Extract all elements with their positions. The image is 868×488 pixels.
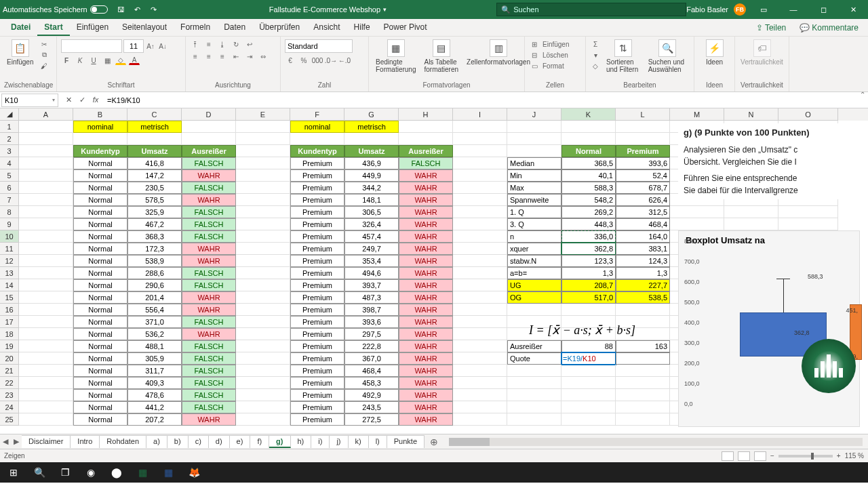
cell[interactable]: FALSCH: [182, 352, 236, 365]
merge-icon[interactable]: ⇔: [258, 52, 269, 61]
cell[interactable]: 88: [561, 340, 616, 352]
cell[interactable]: [507, 133, 561, 145]
cell[interactable]: Premium: [290, 291, 344, 304]
sheet-tab[interactable]: g): [269, 435, 290, 448]
cell[interactable]: WAHR: [399, 267, 453, 279]
cell[interactable]: 538,5: [616, 291, 670, 304]
cell[interactable]: [236, 389, 290, 401]
col-header-N[interactable]: N: [724, 108, 778, 121]
align-middle-icon[interactable]: ≡: [203, 39, 214, 49]
delete-cells-button[interactable]: ⊟Löschen: [529, 50, 581, 60]
cell[interactable]: Premium: [290, 267, 344, 279]
fill-icon[interactable]: ▾: [590, 50, 601, 60]
row-header-23[interactable]: 23: [0, 389, 19, 401]
cell[interactable]: metrisch: [344, 121, 399, 133]
cell[interactable]: [507, 121, 561, 133]
cell[interactable]: [236, 304, 290, 316]
cell[interactable]: Normal: [73, 243, 127, 255]
cell[interactable]: WAHR: [399, 218, 453, 230]
cell[interactable]: [616, 365, 670, 377]
cell[interactable]: 312,5: [616, 206, 670, 218]
firefox-icon[interactable]: 🦊: [182, 462, 206, 483]
row-header-16[interactable]: 16: [0, 304, 19, 316]
autosum-icon[interactable]: Σ: [590, 39, 601, 49]
cell[interactable]: Normal: [561, 145, 616, 157]
cell[interactable]: [236, 255, 290, 267]
cell[interactable]: Premium: [290, 206, 344, 218]
cell[interactable]: [399, 121, 453, 133]
minimize-icon[interactable]: —: [781, 5, 806, 14]
col-header-D[interactable]: D: [182, 108, 236, 121]
cell[interactable]: Normal: [73, 340, 127, 352]
cell[interactable]: 325,9: [127, 206, 182, 218]
cell[interactable]: 326,4: [344, 218, 399, 230]
cell[interactable]: 306,5: [344, 206, 399, 218]
cell[interactable]: [344, 133, 399, 145]
row-header-9[interactable]: 9: [0, 218, 19, 230]
cell[interactable]: [453, 304, 507, 316]
cell[interactable]: WAHR: [182, 169, 236, 182]
row-header-15[interactable]: 15: [0, 291, 19, 304]
cell[interactable]: Normal: [73, 230, 127, 243]
cell[interactable]: 449,9: [344, 169, 399, 182]
cell[interactable]: [19, 401, 73, 413]
cell[interactable]: [616, 401, 670, 413]
cell[interactable]: Normal: [73, 291, 127, 304]
cell[interactable]: 468,4: [616, 218, 670, 230]
cell[interactable]: [19, 389, 73, 401]
cell[interactable]: [453, 340, 507, 352]
cut-icon[interactable]: ✂: [39, 39, 50, 49]
cell[interactable]: 458,3: [344, 377, 399, 389]
cell[interactable]: 172,3: [127, 243, 182, 255]
cell[interactable]: [670, 206, 724, 218]
sheet-nav-prev-icon[interactable]: ◀: [0, 437, 11, 446]
cell[interactable]: [507, 401, 561, 413]
col-header-B[interactable]: B: [73, 108, 127, 121]
row-header-18[interactable]: 18: [0, 328, 19, 340]
add-sheet-icon[interactable]: ⊕: [425, 436, 443, 447]
cell[interactable]: Normal: [73, 169, 127, 182]
cell[interactable]: WAHR: [182, 255, 236, 267]
cell[interactable]: WAHR: [399, 340, 453, 352]
toggle-icon[interactable]: [90, 5, 108, 14]
cell[interactable]: metrisch: [127, 121, 182, 133]
cell[interactable]: 467,2: [127, 218, 182, 230]
align-bottom-icon[interactable]: ⭳: [217, 39, 228, 49]
comments-button[interactable]: 💬Kommentare: [794, 21, 864, 35]
cell[interactable]: Premium: [616, 145, 670, 157]
tab-daten[interactable]: Daten: [217, 19, 252, 36]
cell[interactable]: Premium: [290, 279, 344, 291]
cell[interactable]: Normal: [73, 279, 127, 291]
zoom-in-icon[interactable]: +: [837, 452, 841, 460]
cell[interactable]: [453, 377, 507, 389]
row-header-21[interactable]: 21: [0, 365, 19, 377]
tab-formeln[interactable]: Formeln: [174, 19, 217, 36]
cell[interactable]: WAHR: [399, 401, 453, 413]
row-header-3[interactable]: 3: [0, 145, 19, 157]
cell[interactable]: Ausreißer: [182, 145, 236, 157]
cell[interactable]: 201,4: [127, 291, 182, 304]
cell[interactable]: [19, 340, 73, 352]
cell[interactable]: [236, 328, 290, 340]
cell[interactable]: [236, 169, 290, 182]
col-header-A[interactable]: A: [19, 108, 73, 121]
cell[interactable]: Premium: [290, 182, 344, 194]
cell[interactable]: FALSCH: [182, 230, 236, 243]
horizontal-scrollbar[interactable]: [449, 438, 863, 446]
align-center-icon[interactable]: ≡: [203, 52, 214, 61]
cell[interactable]: [19, 304, 73, 316]
sheet-tab[interactable]: h): [291, 435, 312, 448]
cell[interactable]: Premium: [290, 401, 344, 413]
word-icon[interactable]: ▦: [156, 462, 180, 483]
row-header-12[interactable]: 12: [0, 255, 19, 267]
worksheet-grid[interactable]: ◢ ABCDEFGHIJKLMNO 1nominalmetrischnomina…: [0, 108, 868, 434]
row-header-1[interactable]: 1: [0, 121, 19, 133]
cell[interactable]: 147,2: [127, 169, 182, 182]
cell[interactable]: [616, 352, 670, 365]
cell[interactable]: 336,0: [561, 230, 616, 243]
cell[interactable]: 416,8: [127, 157, 182, 169]
cell[interactable]: FALSCH: [182, 377, 236, 389]
cell[interactable]: [507, 389, 561, 401]
cell[interactable]: [236, 291, 290, 304]
row-header-22[interactable]: 22: [0, 377, 19, 389]
